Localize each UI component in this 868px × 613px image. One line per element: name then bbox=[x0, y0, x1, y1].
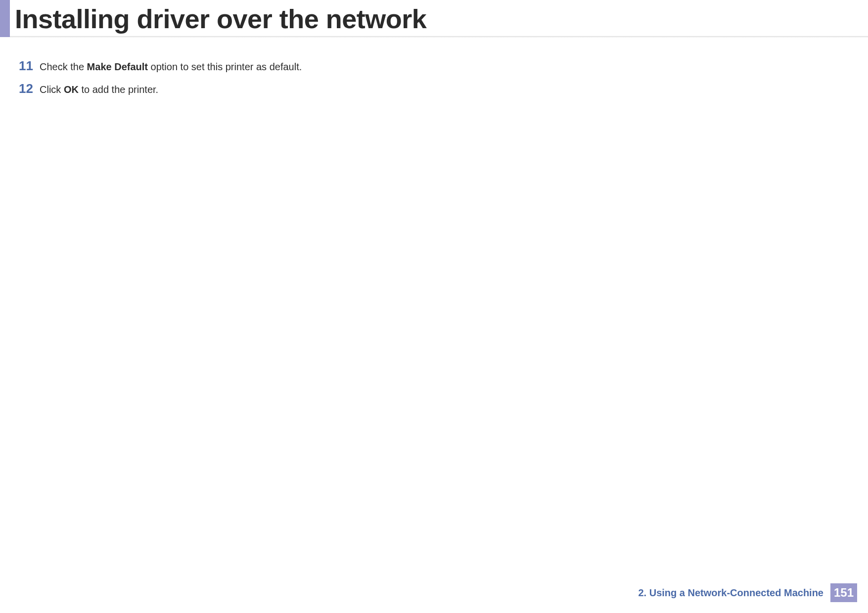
page-title: Installing driver over the network bbox=[10, 3, 426, 34]
step-text-post: option to set this printer as default. bbox=[148, 61, 302, 72]
step-text-pre: Click bbox=[40, 84, 64, 95]
step-12: 12 Click OK to add the printer. bbox=[19, 82, 868, 96]
footer-chapter: 2. Using a Network-Connected Machine bbox=[638, 587, 823, 599]
step-number: 11 bbox=[19, 59, 40, 72]
header-divider bbox=[10, 36, 868, 38]
step-text-bold: Make Default bbox=[87, 61, 148, 72]
step-text-bold: OK bbox=[64, 84, 79, 95]
content-area: 11 Check the Make Default option to set … bbox=[0, 37, 868, 96]
header-accent-bar bbox=[0, 0, 10, 37]
page-footer: 2. Using a Network-Connected Machine 151 bbox=[638, 583, 857, 602]
step-number: 12 bbox=[19, 82, 40, 95]
page-header: Installing driver over the network bbox=[0, 0, 868, 37]
step-text-post: to add the printer. bbox=[79, 84, 158, 95]
step-text-pre: Check the bbox=[40, 61, 87, 72]
step-text: Click OK to add the printer. bbox=[40, 82, 158, 96]
step-11: 11 Check the Make Default option to set … bbox=[19, 59, 868, 73]
footer-page-number: 151 bbox=[830, 583, 857, 602]
step-text: Check the Make Default option to set thi… bbox=[40, 59, 302, 73]
